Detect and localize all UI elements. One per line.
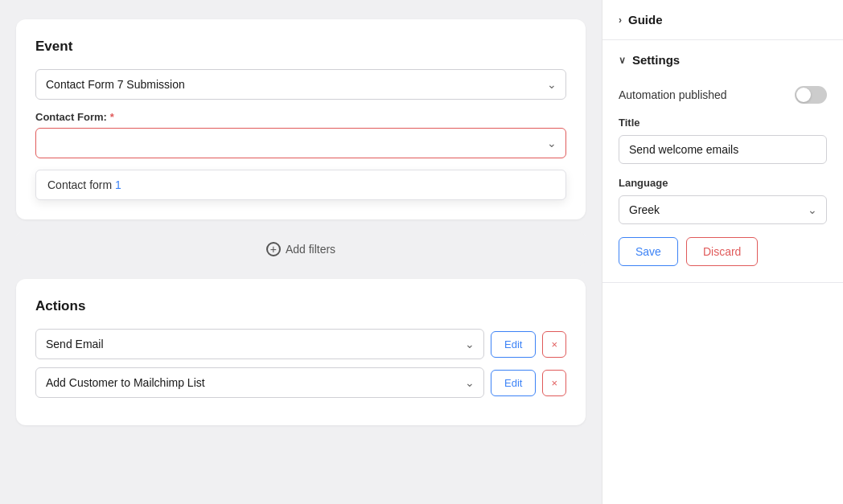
guide-header[interactable]: › Guide xyxy=(602,0,843,39)
required-star: * xyxy=(110,111,114,123)
add-filters-row[interactable]: + Add filters xyxy=(16,232,586,266)
title-label: Title xyxy=(619,117,827,129)
settings-chevron-down-icon: ∨ xyxy=(619,55,626,66)
plus-circle-icon: + xyxy=(266,242,281,256)
actions-card: Actions Send Email ⌄ Edit × Add Customer… xyxy=(16,279,586,425)
language-field: Language Greek English Spanish French ⌄ xyxy=(619,177,827,224)
contact-form-label: Contact Form: * xyxy=(35,111,566,123)
actions-card-title: Actions xyxy=(35,298,566,314)
event-card-title: Event xyxy=(35,39,566,55)
event-card: Event Contact Form 7 Submission ⌄ Contac… xyxy=(16,19,586,219)
action-select-1[interactable]: Send Email xyxy=(35,329,484,359)
add-filters-button[interactable]: + Add filters xyxy=(266,242,335,256)
action-select-wrapper-1: Send Email ⌄ xyxy=(35,329,484,359)
action-select-2[interactable]: Add Customer to Mailchimp List xyxy=(35,367,484,398)
automation-published-toggle[interactable] xyxy=(795,86,827,104)
language-select-wrapper: Greek English Spanish French ⌄ xyxy=(619,195,827,224)
title-field: Title xyxy=(619,117,827,164)
contact-form-dropdown: Contact form 1 xyxy=(35,170,566,200)
settings-section: ∨ Settings Automation published Title La… xyxy=(602,40,843,283)
contact-form-option[interactable]: Contact form 1 xyxy=(36,170,565,199)
contact-form-select[interactable] xyxy=(35,128,566,158)
guide-chevron-right-icon: › xyxy=(619,14,622,26)
action-row-2: Add Customer to Mailchimp List ⌄ Edit × xyxy=(35,367,566,398)
automation-published-label: Automation published xyxy=(619,88,727,101)
settings-label: Settings xyxy=(632,53,680,67)
event-select[interactable]: Contact Form 7 Submission xyxy=(35,69,566,100)
action-select-wrapper-2: Add Customer to Mailchimp List ⌄ xyxy=(35,367,484,398)
discard-button[interactable]: Discard xyxy=(686,237,758,266)
save-button[interactable]: Save xyxy=(619,237,678,266)
settings-header[interactable]: ∨ Settings xyxy=(602,40,843,80)
action-2-delete-button[interactable]: × xyxy=(542,370,566,396)
settings-button-row: Save Discard xyxy=(619,237,827,266)
settings-content: Automation published Title Language Gree… xyxy=(602,80,843,282)
language-label: Language xyxy=(619,177,827,189)
title-input[interactable] xyxy=(619,135,827,164)
language-select[interactable]: Greek English Spanish French xyxy=(619,195,827,224)
action-1-edit-button[interactable]: Edit xyxy=(491,331,536,358)
contact-form-select-wrapper: ⌄ xyxy=(35,128,566,158)
action-row-1: Send Email ⌄ Edit × xyxy=(35,329,566,359)
guide-section: › Guide xyxy=(602,0,843,40)
automation-published-row: Automation published xyxy=(619,86,827,104)
sidebar: › Guide ∨ Settings Automation published … xyxy=(602,0,843,504)
guide-label: Guide xyxy=(628,13,663,27)
event-select-wrapper: Contact Form 7 Submission ⌄ xyxy=(35,69,566,100)
action-2-edit-button[interactable]: Edit xyxy=(491,370,536,396)
action-1-delete-button[interactable]: × xyxy=(542,331,566,358)
